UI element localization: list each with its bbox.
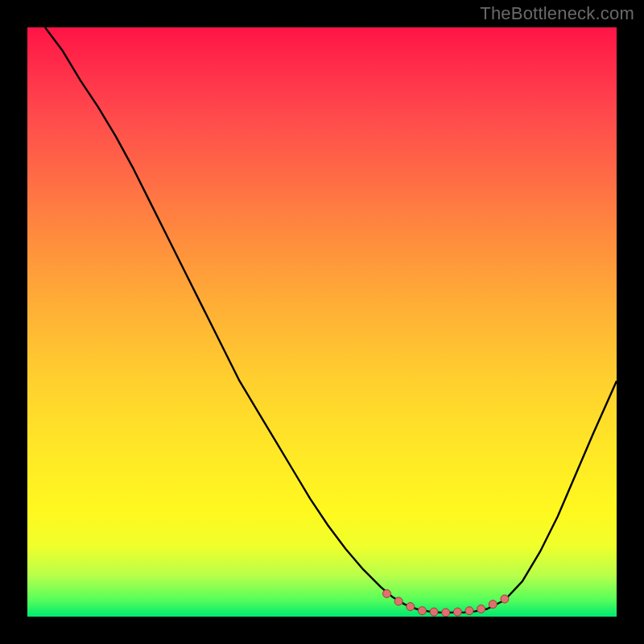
marker-point [407,603,415,611]
bottleneck-curve-svg [27,27,617,617]
marker-point [418,607,426,615]
marker-point [453,608,461,616]
marker-point [489,601,497,609]
marker-point [501,595,509,603]
marker-point [430,608,438,616]
marker-group [383,589,509,616]
marker-point [383,589,391,597]
marker-point [465,607,473,615]
marker-point [442,609,450,617]
marker-point [477,605,485,613]
chart-stage: TheBottleneck.com [0,0,644,644]
marker-point [394,597,402,605]
plot-area [27,27,617,617]
watermark-text: TheBottleneck.com [480,3,634,24]
bottleneck-curve [45,27,617,613]
